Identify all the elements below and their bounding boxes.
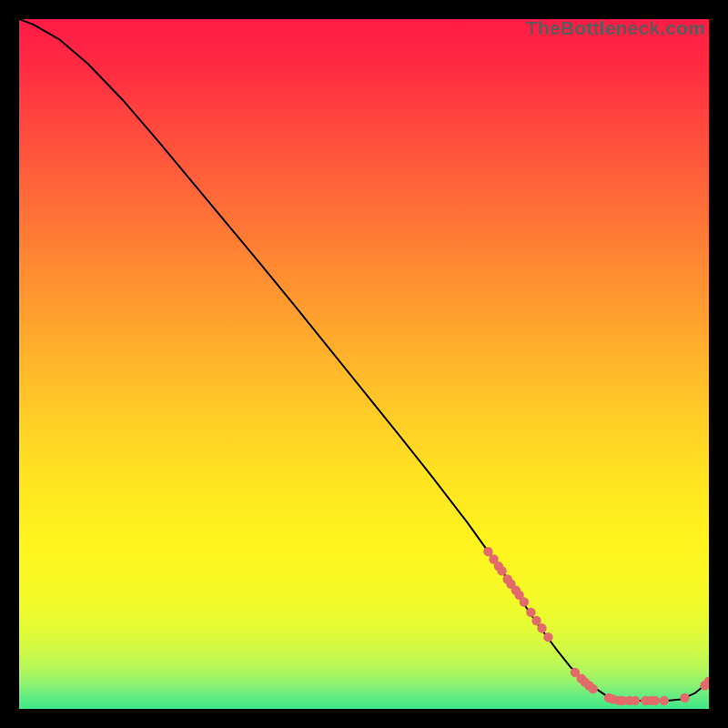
plot-area: TheBottleneck.com xyxy=(19,19,709,709)
data-marker xyxy=(588,684,597,693)
data-marker xyxy=(526,608,535,617)
data-marker xyxy=(497,566,506,575)
data-marker xyxy=(537,623,546,632)
data-marker xyxy=(680,693,689,703)
watermark-label: TheBottleneck.com xyxy=(526,19,705,39)
data-marker xyxy=(520,597,529,606)
data-marker xyxy=(631,696,640,705)
data-marker xyxy=(483,547,492,556)
chart-frame: TheBottleneck.com xyxy=(0,0,728,728)
data-marker xyxy=(531,616,541,625)
data-marker xyxy=(660,696,669,705)
data-marker xyxy=(543,632,552,642)
chart-svg xyxy=(19,19,709,709)
data-marker xyxy=(651,696,660,705)
gradient-background xyxy=(19,19,709,709)
